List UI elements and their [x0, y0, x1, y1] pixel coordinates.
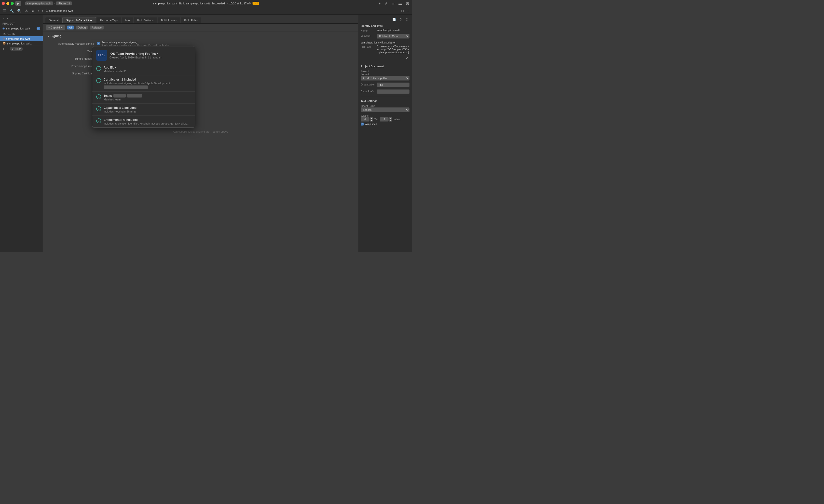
scheme-selector[interactable]: sampleapp-ios-swift: [25, 1, 53, 5]
inspector-toggle[interactable]: □: [400, 8, 404, 13]
popup-team-desc: Matches team: [104, 98, 142, 101]
location-select[interactable]: Relative to Group: [377, 34, 410, 38]
tab-width-field: ▲ ▼: [361, 117, 373, 122]
entitlements-check-icon: ✓: [96, 118, 101, 123]
sidebar-filter[interactable]: ⊙ Filter: [10, 47, 23, 51]
auto-manage-value: ✓ Automatically manage signing Xcode wil…: [97, 41, 170, 47]
sidebar-nav-next[interactable]: ›: [6, 17, 9, 20]
close-button[interactable]: [2, 2, 5, 5]
filter-all-button[interactable]: All: [67, 25, 74, 29]
signing-cert-label: Signing Certificate: [48, 72, 97, 75]
scheme-separator: ›: [54, 2, 55, 5]
popup-entitlements-desc: Includes application-identifier, keychai…: [104, 122, 189, 125]
tab-signing[interactable]: Signing & Capabilities: [62, 17, 96, 23]
remove-target-button[interactable]: −: [6, 47, 9, 51]
indent-width-field: ▲ ▼: [380, 117, 392, 122]
signing-collapse-icon[interactable]: ▾: [48, 35, 49, 37]
sidebar-toggle[interactable]: ☰: [2, 8, 7, 13]
nav-search[interactable]: 🔍: [16, 8, 22, 13]
tab-label: Tab: [375, 118, 378, 121]
wrap-lines-label: Wrap lines: [365, 122, 377, 125]
identity-section-title: Identity and Type: [361, 24, 410, 27]
class-prefix-input[interactable]: [377, 89, 410, 94]
add-target-button[interactable]: +: [2, 47, 5, 51]
sidebar-nav-prev[interactable]: ‹: [2, 17, 5, 20]
name-label: Name: [361, 29, 376, 32]
org-label: Organization: [361, 83, 376, 86]
signing-area: ▾ Signing Automatically manage signing ✓…: [43, 31, 358, 252]
indent-stepper-down[interactable]: ▼: [389, 119, 392, 122]
auto-manage-checkbox[interactable]: ✓: [97, 42, 100, 45]
nav-prev[interactable]: ‹: [36, 8, 40, 13]
tab-stepper-up[interactable]: ▲: [370, 117, 373, 119]
layout-toggle-3[interactable]: ▩: [405, 1, 410, 6]
full-path-row: Full Path /Users/ALundy/Documents/test-a…: [361, 45, 410, 54]
format-select[interactable]: Xcode 3.2-compatible: [361, 76, 410, 81]
tab-width-input[interactable]: [361, 117, 370, 122]
filter-debug-button[interactable]: Debug: [76, 25, 88, 29]
debug-toggle[interactable]: □: [406, 8, 410, 13]
layout-toggle-1[interactable]: ▭: [390, 1, 396, 6]
indent-stepper-up[interactable]: ▲: [389, 117, 392, 119]
popup-entitlements-title: Entitlements: 4 Included: [104, 118, 189, 122]
warning-badge[interactable]: ⚠ 1: [252, 2, 259, 5]
fullscreen-button[interactable]: [11, 2, 14, 5]
add-editor-button[interactable]: +: [378, 1, 382, 6]
nav-tools[interactable]: 🔧: [9, 8, 15, 13]
wrap-lines-checkbox[interactable]: ✓: [361, 122, 364, 125]
certs-check-icon: ✓: [96, 78, 101, 83]
location-label: Location: [361, 34, 376, 37]
widths-label: Widths: [361, 114, 369, 117]
project-badge: M: [36, 27, 40, 30]
tab-build-rules[interactable]: Build Rules: [181, 17, 201, 23]
tab-resource-tags[interactable]: Resource Tags: [97, 17, 121, 23]
navigator-toggle[interactable]: ⇄: [384, 1, 389, 6]
inspector-file-icon[interactable]: 📄: [391, 17, 397, 22]
full-path-value: /Users/ALundy/Documents/test-apps/AC-Sam…: [377, 45, 410, 54]
indent-label: Indent: [394, 118, 400, 121]
inspector-help-icon[interactable]: ?: [399, 17, 403, 22]
sidebar-item-target2[interactable]: 📦 sampleapp-ios-swi...: [0, 41, 43, 46]
org-input[interactable]: [377, 83, 410, 87]
tab-general[interactable]: General: [45, 17, 62, 23]
project-icon: ◉: [2, 27, 5, 30]
inspector-settings-icon[interactable]: ⚙: [405, 17, 410, 22]
nav-warning[interactable]: ⚠: [24, 8, 29, 13]
device-selector[interactable]: iPhone 11: [56, 1, 72, 5]
indent-width-input[interactable]: [380, 117, 389, 122]
nav-next[interactable]: ›: [41, 8, 44, 13]
indent-using-row: Indent Using Spaces: [361, 104, 410, 113]
filter-release-button[interactable]: Release: [90, 25, 103, 29]
build-status: sampleapp-ios-swift | Build sampleapp-io…: [153, 2, 259, 5]
layout-toggle-2[interactable]: ▬: [398, 1, 403, 6]
tab-stepper-down[interactable]: ▼: [370, 119, 373, 122]
popup-header: PROV iOS Team Provisioning Profile: • Cr…: [92, 46, 195, 63]
sidebar-item-target1[interactable]: ⬡ sampleapp-ios-swift: [0, 36, 43, 41]
auto-manage-label: Automatically manage signing: [48, 42, 97, 45]
add-capability-button[interactable]: + Capability: [46, 25, 65, 30]
popup-item-capabilities: ✓ Capabilities: 1 Included Includes Keyc…: [92, 104, 195, 116]
popup-title: iOS Team Provisioning Profile: •: [109, 52, 162, 56]
titlebar-right: + ⇄ ▭ ▬ ▩: [378, 1, 410, 6]
sidebar-item-project[interactable]: ◉ sampleapp-ios-swift M: [0, 26, 43, 31]
team-check-icon: ✓: [96, 94, 101, 99]
path-value: sampleapp-ios-swift.xcodeproj: [361, 41, 410, 44]
target2-label: sampleapp-ios-swi...: [7, 42, 32, 45]
minimize-button[interactable]: [6, 2, 9, 5]
full-path-label: Full Path: [361, 45, 376, 48]
popup-certs-title: Certificates: 1 Included: [104, 78, 171, 81]
divider-1: [361, 62, 410, 63]
indent-using-select[interactable]: Spaces: [361, 107, 410, 112]
run-button[interactable]: ▶: [15, 1, 21, 6]
nav-diamond[interactable]: ◈: [30, 8, 35, 13]
tab-build-settings[interactable]: Build Settings: [134, 17, 157, 23]
target1-label: sampleapp-ios-swift: [6, 37, 30, 40]
project-section-header: PROJECT: [0, 20, 43, 26]
tab-info[interactable]: Info: [122, 17, 133, 23]
tab-build-phases[interactable]: Build Phases: [158, 17, 180, 23]
widths-row: Widths ▲ ▼ Tab ▲ ▼ Indent: [361, 114, 410, 122]
filter-icon: ⊙: [12, 47, 14, 50]
reveal-in-finder-button[interactable]: ↗: [405, 55, 410, 60]
auto-manage-text: Automatically manage signing: [101, 41, 170, 44]
project-doc-title: Project Document: [361, 65, 410, 68]
